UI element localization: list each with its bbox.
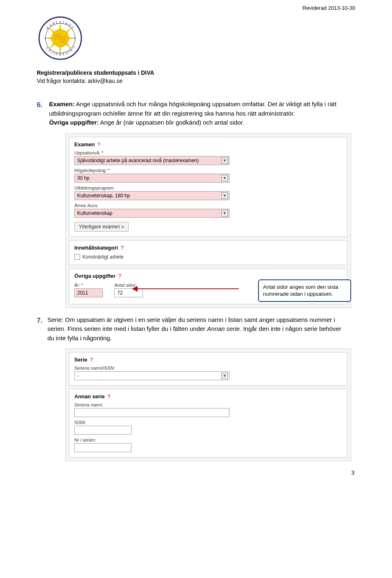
chevron-down-icon: ▼ <box>221 210 228 216</box>
chevron-down-icon: ▼ <box>221 373 228 379</box>
seriens-namn-input[interactable] <box>74 408 229 417</box>
hogskole-select[interactable]: 30 hp ▼ <box>74 174 229 183</box>
antal-sidor-input[interactable]: 72 <box>114 288 143 297</box>
antal-sidor-label: Antal sidor: <box>114 283 143 288</box>
innehall-title: Innehållskategori ? <box>74 245 342 251</box>
annan-serie-group: Annan serie ? Seriens namn: ISSN: Nr i s… <box>69 389 347 457</box>
serienamn-issn-label: Seriens namn/ISSN: <box>74 366 342 370</box>
ar-label: År: * <box>74 283 103 288</box>
svg-point-13 <box>45 38 46 39</box>
svg-point-14 <box>74 38 76 39</box>
issn-input[interactable] <box>74 426 131 435</box>
section-7-paragraph: Serie: Om uppsatsen är utgiven i en seri… <box>47 315 350 343</box>
examen-group: Examen ? Uppsatsnivå: * Självständigt ar… <box>69 137 347 237</box>
examen-form-screenshot: Examen ? Uppsatsnivå: * Självständigt ar… <box>65 133 351 308</box>
help-icon[interactable]: ? <box>118 273 121 279</box>
amne-label: Ämne /kurs: <box>74 203 342 208</box>
ytterligare-examen-button[interactable]: Ytterligare examen » <box>74 222 129 232</box>
chevron-down-icon: ▼ <box>221 157 228 164</box>
serie-group: Serie ? Seriens namn/ISSN: - ▼ <box>69 352 347 386</box>
subheader-contact: Vid frågor kontakta: arkiv@kau.se <box>37 77 355 85</box>
nr-serien-input[interactable] <box>74 443 131 452</box>
annan-serie-title: Annan serie ? <box>74 393 342 399</box>
section-7: 7. Serie: Om uppsatsen är utgiven i en s… <box>37 315 355 343</box>
section-7-number: 7. <box>37 315 47 343</box>
help-icon[interactable]: ? <box>121 245 124 251</box>
ovriga-group: Övriga uppgifter ? År: * 2011 Antal sido… <box>69 268 347 304</box>
help-icon[interactable]: ? <box>90 357 93 363</box>
chevron-down-icon: ▼ <box>221 192 228 199</box>
page-number: 3 <box>37 469 355 476</box>
konstnarligt-label: Konstnärligt arbete <box>82 254 124 260</box>
university-logo: KARLSTADS UNIVERSITET <box>37 15 355 63</box>
amne-select[interactable]: Kulturvetenskap ▼ <box>74 209 229 218</box>
ar-input[interactable]: 2011 <box>74 288 103 297</box>
konstnarligt-checkbox[interactable] <box>74 254 80 260</box>
help-icon[interactable]: ? <box>98 141 100 147</box>
callout-box: Antal sidor anges som den sista numrerad… <box>258 279 351 302</box>
nr-serien-label: Nr i serien: <box>74 437 342 442</box>
revised-date: Reviderad 2013-10-30 <box>303 5 355 11</box>
uppsatsniva-label: Uppsatsnivå: * <box>74 150 342 155</box>
sub-header: Registrera/publicera studentuppsats i Di… <box>37 69 355 85</box>
utbildning-label: Utbildningsprogram: <box>74 185 342 190</box>
subheader-title: Registrera/publicera studentuppsats i Di… <box>37 69 355 77</box>
section-6: 6. Examen: Ange uppsatsnivå och hur mång… <box>37 100 355 127</box>
utbildning-select[interactable]: Kulturvetenskap, 180 hp ▼ <box>74 191 229 200</box>
uppsatsniva-select[interactable]: Självständigt arbete på avancerad nivå (… <box>74 156 229 165</box>
examen-title: Examen ? <box>74 141 342 147</box>
arrow-annotation <box>137 288 239 289</box>
hogskole-label: Högskolepoäng: * <box>74 168 342 173</box>
innehallskategori-group: Innehållskategori ? Konstnärligt arbete <box>69 240 347 265</box>
issn-label: ISSN: <box>74 420 342 425</box>
chevron-down-icon: ▼ <box>221 175 228 181</box>
serienamn-select[interactable]: - ▼ <box>74 371 229 380</box>
serie-form-screenshot: Serie ? Seriens namn/ISSN: - ▼ Annan ser… <box>65 348 351 461</box>
section-6-paragraph: Examen: Ange uppsatsnivå och hur många h… <box>49 100 351 127</box>
help-icon[interactable]: ? <box>107 393 110 399</box>
section-6-number: 6. <box>37 100 47 110</box>
ovriga-title: Övriga uppgifter ? <box>74 273 342 279</box>
seriens-namn-label: Seriens namn: <box>74 402 342 407</box>
serie-title: Serie ? <box>74 357 342 363</box>
